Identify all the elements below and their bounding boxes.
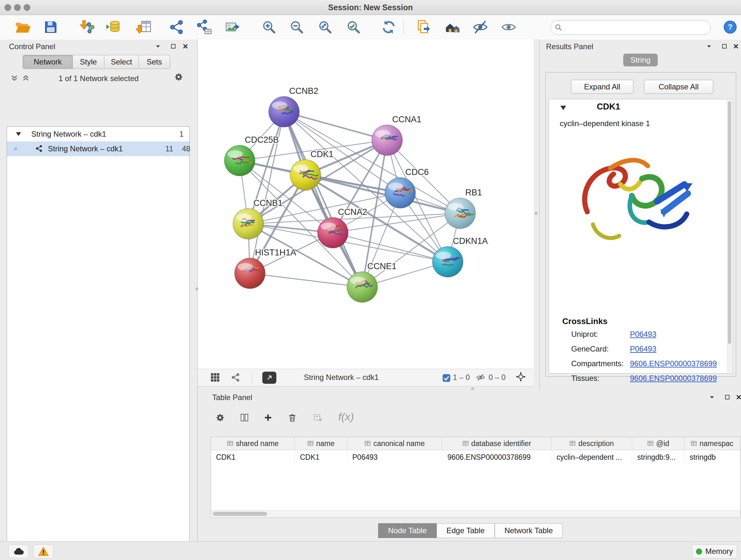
- column-header-database-identifier[interactable]: database identifier: [442, 437, 551, 450]
- column-header-label: @id: [656, 439, 669, 448]
- selected-nodes-checkbox[interactable]: [442, 373, 451, 383]
- collapse-results-button[interactable]: [704, 42, 714, 51]
- search-input[interactable]: [565, 21, 707, 34]
- network-node-cdk1[interactable]: CDK1: [290, 149, 333, 190]
- network-node-hist1h1a[interactable]: HIST1H1A: [234, 248, 296, 289]
- node-label: RB1: [465, 188, 482, 197]
- grid-view-button[interactable]: [210, 373, 220, 382]
- column-header-shared-name[interactable]: shared name: [211, 437, 295, 450]
- search-field[interactable]: [550, 20, 711, 35]
- table-cell[interactable]: P06493: [347, 450, 442, 464]
- table-options-button[interactable]: [215, 413, 225, 422]
- table-cell[interactable]: stringdb: [684, 450, 740, 464]
- table-cell[interactable]: 9606.ENSP00000378699: [442, 450, 551, 464]
- collapse-panel-button[interactable]: [153, 42, 163, 51]
- network-options-button[interactable]: [174, 72, 184, 82]
- show-columns-button[interactable]: [240, 413, 249, 422]
- network-node-ccnb2[interactable]: CCNB2: [269, 86, 319, 127]
- expand-all-button[interactable]: Expand All: [571, 80, 633, 94]
- memory-button[interactable]: Memory: [692, 544, 737, 558]
- crosslink-link[interactable]: P06493: [630, 330, 657, 339]
- apply-layout-button[interactable]: [379, 17, 399, 37]
- column-header--id[interactable]: @id: [632, 437, 684, 450]
- home-networks-button[interactable]: [442, 17, 463, 37]
- network-row-selected[interactable]: String Network – cdk1 11 48: [7, 141, 189, 156]
- tab-style[interactable]: Style: [72, 55, 104, 69]
- table-cell[interactable]: stringdb:9...: [632, 450, 684, 464]
- table-horizontal-scrollbar[interactable]: [211, 510, 740, 517]
- import-table-from-file-button[interactable]: [133, 17, 153, 37]
- network-node-cdkn1a[interactable]: CDKN1A: [432, 236, 488, 277]
- network-node-ccna1[interactable]: CCNA1: [372, 115, 421, 155]
- float-results-button[interactable]: [720, 42, 729, 51]
- tab-edge-table[interactable]: Edge Table: [436, 523, 495, 538]
- zoom-in-button[interactable]: [259, 17, 279, 37]
- float-table-button[interactable]: [723, 392, 732, 402]
- column-header-namespac[interactable]: namespac: [684, 437, 740, 450]
- copy-document-button[interactable]: [414, 17, 434, 37]
- float-panel-button[interactable]: [169, 42, 178, 51]
- tab-sets[interactable]: Sets: [138, 55, 170, 69]
- tab-network[interactable]: Network: [23, 55, 72, 69]
- window-title: Session: New Session: [0, 0, 741, 15]
- create-column-button[interactable]: [263, 413, 273, 422]
- tab-string[interactable]: String: [623, 54, 658, 66]
- network-node-rb1[interactable]: RB1: [445, 188, 482, 229]
- show-all-button[interactable]: [498, 17, 519, 37]
- section-collapse-icon[interactable]: [560, 106, 566, 110]
- open-session-button[interactable]: [12, 17, 32, 37]
- import-network-from-database-button[interactable]: [103, 17, 124, 37]
- network-edge[interactable]: [284, 112, 362, 287]
- function-builder-button-disabled: f(x): [335, 412, 361, 422]
- birds-eye-toggle-button[interactable]: [516, 372, 526, 381]
- open-in-window-button[interactable]: [262, 372, 276, 384]
- hidden-nodes-indicator[interactable]: [476, 373, 485, 382]
- grid-icon: [210, 372, 220, 382]
- export-image-button[interactable]: [222, 17, 243, 37]
- warnings-button[interactable]: [33, 544, 54, 558]
- save-session-button[interactable]: [41, 17, 61, 37]
- close-table-button[interactable]: [734, 392, 741, 402]
- table-scrollbar-thumb[interactable]: [213, 512, 267, 516]
- help-button[interactable]: ?: [723, 20, 737, 34]
- collapse-table-button[interactable]: [707, 392, 717, 402]
- table-cell[interactable]: CDK1: [211, 450, 295, 464]
- table-cell[interactable]: CDK1: [295, 450, 347, 464]
- protein-detail-card: CDK1 cyclin–dependent kinase 1 CrossLink…: [549, 99, 733, 374]
- network-collection-row[interactable]: String Network – cdk1 1: [7, 127, 189, 141]
- close-panel-button[interactable]: [181, 42, 190, 51]
- tab-select[interactable]: Select: [104, 55, 138, 69]
- network-overview-button[interactable]: [231, 373, 240, 382]
- cloud-status-button[interactable]: [8, 544, 29, 558]
- crosslink-link[interactable]: 9606.ENSP00000378699: [630, 374, 717, 383]
- zoom-out-button[interactable]: [286, 17, 307, 37]
- crosslink-link[interactable]: 9606.ENSP00000378699: [630, 359, 717, 368]
- new-network-from-table-button[interactable]: [194, 17, 214, 37]
- import-network-from-file-button[interactable]: [77, 17, 97, 37]
- delete-column-button[interactable]: [287, 413, 297, 422]
- toolbar-divider: [403, 19, 404, 36]
- zoom-selected-button[interactable]: [343, 17, 364, 37]
- table-cell[interactable]: cyclin–dependent ...: [551, 450, 632, 464]
- column-header-canonical-name[interactable]: canonical name: [347, 437, 442, 450]
- network-view-canvas[interactable]: CCNB2CCNA1CDC25BCDK1CDC6RB1CCNB1CCNA2CDK…: [198, 40, 534, 369]
- tab-node-table[interactable]: Node Table: [378, 523, 436, 538]
- table-row[interactable]: CDK1CDK1P064939606.ENSP00000378699cyclin…: [211, 450, 740, 464]
- control-panel: Control Panel Network Style Select Sets …: [0, 40, 198, 541]
- column-header-name[interactable]: name: [295, 437, 347, 450]
- plus-icon: [263, 411, 273, 424]
- crosslink-link[interactable]: P06493: [630, 345, 657, 354]
- results-scrollbar-thumb[interactable]: [728, 101, 731, 344]
- column-header-description[interactable]: description: [551, 437, 632, 450]
- column-header-label: name: [316, 439, 335, 448]
- hide-selected-button[interactable]: [470, 17, 490, 37]
- collapse-all-button[interactable]: Collapse All: [644, 80, 713, 94]
- left-splitter-handle[interactable]: [195, 287, 199, 291]
- close-results-button[interactable]: [731, 42, 741, 51]
- zoom-fit-button[interactable]: [315, 17, 335, 37]
- tab-network-table[interactable]: Network Table: [495, 523, 563, 538]
- right-splitter-handle[interactable]: [535, 212, 538, 215]
- new-network-button[interactable]: [166, 17, 187, 37]
- results-scrollbar[interactable]: [727, 100, 732, 373]
- network-edge[interactable]: [250, 273, 362, 287]
